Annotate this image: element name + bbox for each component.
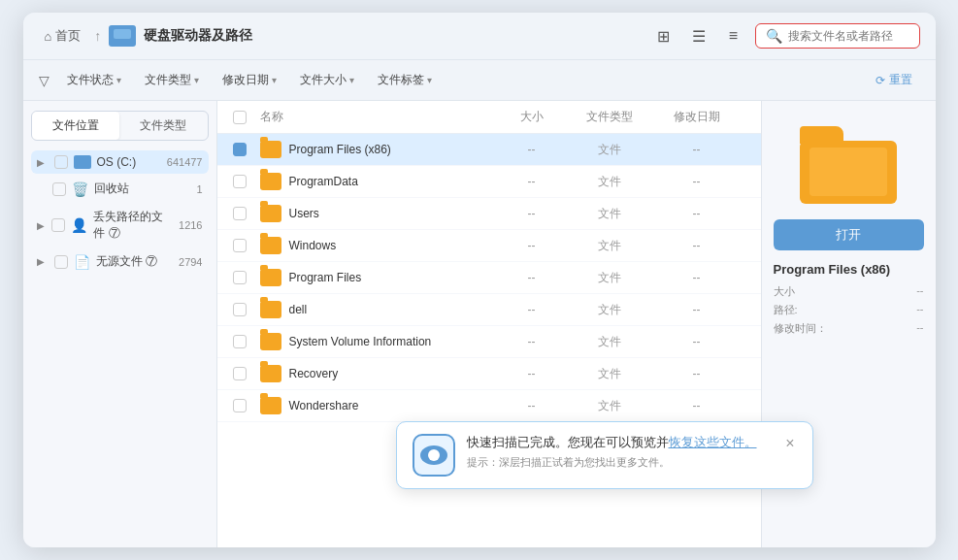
- trash-icon: 🗑️: [72, 181, 88, 197]
- user-icon: 👤: [71, 217, 87, 233]
- row-check[interactable]: [233, 239, 247, 252]
- table-row[interactable]: Recovery -- 文件 --: [217, 358, 761, 390]
- file-size-filter[interactable]: 文件大小 ▾: [290, 68, 364, 92]
- size-value: --: [916, 284, 923, 299]
- file-date: --: [648, 143, 745, 156]
- table-row[interactable]: Program Files -- 文件 --: [217, 262, 761, 294]
- sidebar-item-label: 无源文件 ⑦: [96, 253, 157, 270]
- expand-icon: ▶: [37, 256, 49, 267]
- check-recycle[interactable]: [52, 182, 66, 196]
- file-date: --: [648, 367, 745, 380]
- search-icon: 🔍: [766, 28, 782, 44]
- reset-button[interactable]: ⟳ 重置: [868, 68, 920, 92]
- name-cell: Windows: [260, 237, 493, 254]
- file-size: --: [493, 303, 571, 316]
- row-check[interactable]: [233, 335, 247, 348]
- row-check[interactable]: [233, 303, 247, 316]
- row-check[interactable]: [233, 207, 247, 220]
- row-check[interactable]: [233, 143, 247, 156]
- chevron-down-icon: ▾: [427, 75, 432, 85]
- nav-up-arrow[interactable]: ↑: [94, 28, 101, 44]
- menu-icon: ≡: [729, 27, 738, 45]
- sidebar-item-label: 回收站: [94, 181, 129, 197]
- name-cell: Users: [260, 205, 493, 222]
- toast-subtitle: 提示：深层扫描正试着为您找出更多文件。: [467, 455, 773, 470]
- tab-file-type[interactable]: 文件类型: [119, 112, 208, 140]
- chevron-down-icon: ▾: [272, 75, 277, 85]
- list-icon: ☰: [692, 27, 706, 46]
- check-lost-path[interactable]: [51, 218, 65, 232]
- file-date: --: [648, 399, 745, 412]
- sidebar-item-count: 641477: [167, 156, 203, 168]
- file-size: --: [493, 175, 571, 188]
- sidebar-item-lost-path[interactable]: ▶ 👤 丢失路径的文件 ⑦ 1216: [31, 204, 209, 247]
- folder-icon: [260, 301, 281, 318]
- filter-bar: ▽ 文件状态 ▾ 文件类型 ▾ 修改日期 ▾ 文件大小 ▾ 文件标签 ▾ ⟳ 重…: [23, 60, 936, 101]
- home-button[interactable]: ⌂ 首页: [39, 23, 87, 49]
- search-box[interactable]: 🔍: [755, 23, 920, 49]
- table-row[interactable]: dell -- 文件 --: [217, 294, 761, 326]
- file-size: --: [493, 399, 571, 412]
- file-type-filter[interactable]: 文件类型 ▾: [135, 68, 209, 92]
- header: ⌂ 首页 ↑ 硬盘驱动器及路径 ⊞ ☰ ≡ 🔍: [23, 13, 936, 60]
- sidebar-tabs: 文件位置 文件类型: [31, 111, 209, 141]
- toast-title: 快速扫描已完成。您现在可以预览并恢复这些文件。: [467, 434, 773, 451]
- table-row[interactable]: System Volume Information -- 文件 --: [217, 326, 761, 358]
- grid-icon: ⊞: [657, 27, 670, 46]
- check-no-source[interactable]: [54, 255, 68, 269]
- table-row[interactable]: Users -- 文件 --: [217, 198, 761, 230]
- meta-modify-row: 修改时间： --: [774, 321, 924, 336]
- meta-size-row: 大小 --: [774, 284, 924, 299]
- open-button[interactable]: 打开: [774, 219, 924, 250]
- tab-file-location[interactable]: 文件位置: [32, 112, 120, 140]
- main-content: 文件位置 文件类型 ▶ OS (C:) 641477 🗑️ 回收站 1 ▶: [23, 101, 936, 547]
- folder-icon: [260, 205, 281, 222]
- chevron-down-icon: ▾: [349, 75, 354, 85]
- col-type: 文件类型: [571, 109, 648, 125]
- sidebar-item-recycle[interactable]: 🗑️ 回收站 1: [31, 176, 209, 202]
- path-label: 路径:: [774, 303, 798, 317]
- file-type: 文件: [571, 174, 648, 190]
- row-check[interactable]: [233, 399, 247, 412]
- table-row[interactable]: Program Files (x86) -- 文件 --: [217, 134, 761, 166]
- preview-title: Program Files (x86): [774, 262, 891, 277]
- row-check[interactable]: [233, 367, 247, 380]
- search-input[interactable]: [788, 29, 909, 43]
- file-date: --: [648, 207, 745, 220]
- table-row[interactable]: Windows -- 文件 --: [217, 230, 761, 262]
- view-list-button[interactable]: ☰: [685, 22, 712, 49]
- table-row[interactable]: Wondershare -- 文件 --: [217, 390, 761, 422]
- check-os-c[interactable]: [54, 155, 68, 169]
- file-status-filter[interactable]: 文件状态 ▾: [57, 68, 131, 92]
- col-size: 大小: [493, 109, 571, 125]
- modify-label: 修改时间：: [774, 321, 827, 336]
- name-cell: Recovery: [260, 365, 493, 382]
- name-cell: Wondershare: [260, 397, 493, 414]
- toast-close-button[interactable]: ×: [783, 434, 796, 453]
- file-name: Users: [289, 207, 319, 220]
- table-header: 名称 大小 文件类型 修改日期: [217, 101, 761, 134]
- sidebar-item-os-c[interactable]: ▶ OS (C:) 641477: [31, 150, 209, 174]
- modify-date-filter[interactable]: 修改日期 ▾: [213, 68, 286, 92]
- file-size: --: [493, 367, 571, 380]
- sidebar-item-no-source[interactable]: ▶ 📄 无源文件 ⑦ 2794: [31, 248, 209, 275]
- row-check[interactable]: [233, 175, 247, 188]
- file-tag-filter[interactable]: 文件标签 ▾: [368, 68, 442, 92]
- table-row[interactable]: ProgramData -- 文件 --: [217, 166, 761, 198]
- toast-content: 快速扫描已完成。您现在可以预览并恢复这些文件。 提示：深层扫描正试着为您找出更多…: [467, 434, 773, 470]
- file-size: --: [493, 335, 571, 348]
- toast-link[interactable]: 恢复这些文件。: [669, 435, 757, 449]
- folder-icon: [260, 173, 281, 190]
- folder-icon: [260, 237, 281, 254]
- check-all[interactable]: [233, 111, 247, 124]
- chevron-down-icon: ▾: [194, 75, 199, 85]
- chevron-down-icon: ▾: [116, 75, 121, 85]
- row-check[interactable]: [233, 271, 247, 284]
- file-date: --: [648, 335, 745, 348]
- size-label: 大小: [774, 284, 795, 299]
- sidebar-item-count: 1216: [179, 219, 202, 231]
- view-grid-button[interactable]: ⊞: [650, 22, 677, 49]
- view-menu-button[interactable]: ≡: [720, 22, 747, 49]
- file-size: --: [493, 207, 571, 220]
- disk-icon: [74, 155, 91, 169]
